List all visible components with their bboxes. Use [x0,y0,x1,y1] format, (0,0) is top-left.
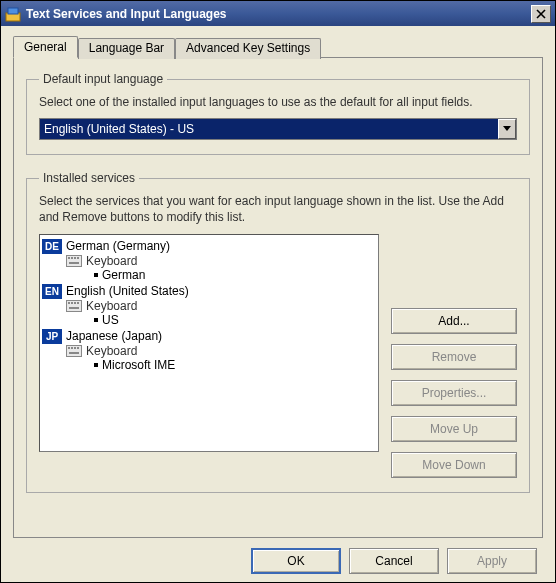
svg-marker-4 [503,126,511,131]
remove-button[interactable]: Remove [391,344,517,370]
app-icon [5,6,21,22]
svg-rect-14 [74,302,76,304]
svg-rect-9 [77,257,79,259]
svg-rect-1 [8,8,18,14]
default-language-group: Default input language Select one of the… [26,72,530,155]
svg-rect-16 [69,307,79,309]
default-language-legend: Default input language [39,72,167,86]
apply-button[interactable]: Apply [447,548,537,574]
bullet-icon [94,363,98,367]
tabstrip: General Language Bar Advanced Key Settin… [13,36,543,57]
installed-services-desc: Select the services that you want for ea… [39,193,517,225]
svg-rect-6 [68,257,70,259]
category-label: Keyboard [86,254,137,268]
dialog-footer: OK Cancel Apply [13,538,543,574]
svg-rect-15 [77,302,79,304]
language-badge: DE [42,239,62,254]
category-label: Keyboard [86,299,137,313]
dialog-window: Text Services and Input Languages Genera… [0,0,556,583]
bullet-icon [94,273,98,277]
services-tree[interactable]: DEGerman (Germany)KeyboardGermanENEnglis… [39,234,379,452]
language-badge: EN [42,284,62,299]
layout-name: US [102,313,119,327]
ok-button[interactable]: OK [251,548,341,574]
language-header[interactable]: DEGerman (Germany) [42,239,376,254]
svg-rect-10 [69,262,79,264]
tab-language-bar[interactable]: Language Bar [78,38,175,59]
keyboard-icon [66,255,82,267]
default-language-value: English (United States) - US [44,122,194,136]
layout-name: German [102,268,145,282]
window-title: Text Services and Input Languages [26,7,531,21]
language-block: DEGerman (Germany)KeyboardGerman [42,239,376,282]
installed-services-legend: Installed services [39,171,139,185]
tabpanel-general: Default input language Select one of the… [13,57,543,538]
language-name: German (Germany) [66,239,170,253]
category-row[interactable]: Keyboard [42,254,376,268]
svg-rect-7 [71,257,73,259]
svg-rect-22 [69,352,79,354]
svg-rect-8 [74,257,76,259]
layout-row[interactable]: US [42,313,376,327]
category-row[interactable]: Keyboard [42,299,376,313]
titlebar: Text Services and Input Languages [1,1,555,26]
language-block: JPJapanese (Japan)KeyboardMicrosoft IME [42,329,376,372]
language-header[interactable]: JPJapanese (Japan) [42,329,376,344]
cancel-button[interactable]: Cancel [349,548,439,574]
svg-rect-13 [71,302,73,304]
svg-rect-18 [68,347,70,349]
default-language-desc: Select one of the installed input langua… [39,94,517,110]
svg-rect-21 [77,347,79,349]
move-down-button[interactable]: Move Down [391,452,517,478]
keyboard-icon [66,345,82,357]
layout-row[interactable]: German [42,268,376,282]
services-buttons: Add... Remove Properties... Move Up Move… [391,234,517,478]
default-language-select[interactable]: English (United States) - US [39,118,517,140]
keyboard-icon [66,300,82,312]
language-name: Japanese (Japan) [66,329,162,343]
layout-name: Microsoft IME [102,358,175,372]
language-name: English (United States) [66,284,189,298]
bullet-icon [94,318,98,322]
dropdown-button[interactable] [498,119,516,139]
svg-rect-19 [71,347,73,349]
tab-general[interactable]: General [13,36,78,58]
category-label: Keyboard [86,344,137,358]
tab-advanced-key[interactable]: Advanced Key Settings [175,38,321,59]
properties-button[interactable]: Properties... [391,380,517,406]
dialog-body: General Language Bar Advanced Key Settin… [1,26,555,582]
layout-row[interactable]: Microsoft IME [42,358,376,372]
close-button[interactable] [531,5,551,23]
language-block: ENEnglish (United States)KeyboardUS [42,284,376,327]
category-row[interactable]: Keyboard [42,344,376,358]
svg-rect-20 [74,347,76,349]
language-badge: JP [42,329,62,344]
add-button[interactable]: Add... [391,308,517,334]
svg-rect-12 [68,302,70,304]
move-up-button[interactable]: Move Up [391,416,517,442]
installed-services-group: Installed services Select the services t… [26,171,530,492]
language-header[interactable]: ENEnglish (United States) [42,284,376,299]
